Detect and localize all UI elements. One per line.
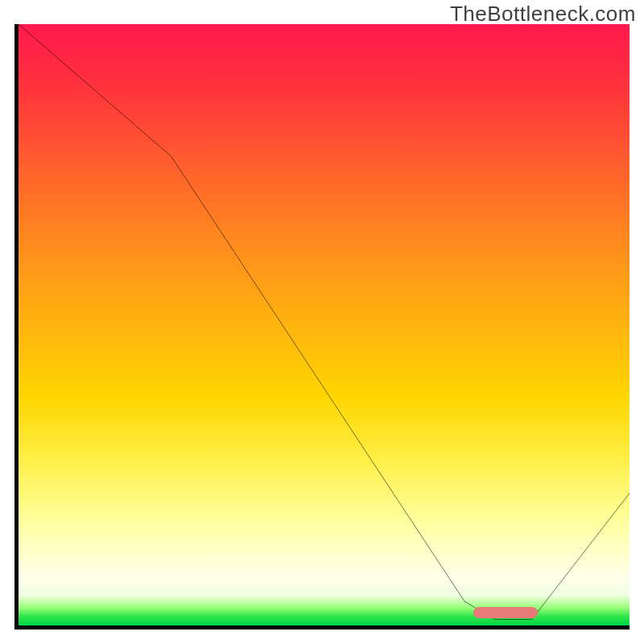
plot-area: [14, 24, 630, 630]
chart-frame: TheBottleneck.com: [0, 0, 644, 644]
bottleneck-curve: [19, 24, 630, 625]
optimal-marker: [473, 607, 538, 618]
watermark-text: TheBottleneck.com: [450, 2, 636, 27]
